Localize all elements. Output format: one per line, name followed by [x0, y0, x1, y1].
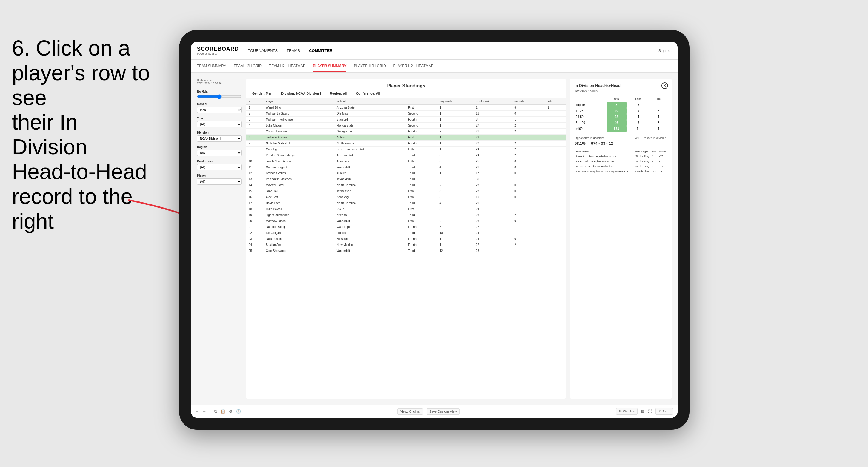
- opponents-pct: 98.1%: [575, 141, 586, 146]
- tour-name: Mirabel Maui Jim Intercollegiate: [575, 164, 634, 169]
- table-row[interactable]: 5 Christo Lamprecht Georgia Tech Fourth …: [246, 129, 566, 134]
- h2h-col-win: Win: [607, 96, 626, 102]
- tour-type: Stroke Play: [634, 154, 651, 159]
- table-row[interactable]: 22 Ian Gilligan Florida Third 10 24 1: [246, 230, 566, 236]
- redo-icon[interactable]: ↪: [203, 409, 206, 413]
- save-custom-view-button[interactable]: Save Custom View: [427, 408, 460, 415]
- cell-player: Luke Powell: [263, 206, 334, 212]
- cell-yr: Fourth: [406, 242, 437, 248]
- cell-win: [545, 218, 566, 224]
- h2h-tie: 1: [650, 114, 667, 120]
- sub-nav-player-summary[interactable]: PLAYER SUMMARY: [313, 61, 346, 72]
- table-row[interactable]: 16 Alex Goff Kentucky Fifth 8 19 0: [246, 194, 566, 200]
- settings-icon[interactable]: ⚙: [229, 409, 232, 413]
- table-row[interactable]: 18 Luke Powell UCLA First 5 24 1: [246, 206, 566, 212]
- year-select[interactable]: (All): [197, 121, 242, 127]
- h2h-rank: 51-100: [575, 120, 607, 126]
- clock-icon[interactable]: 🕐: [236, 409, 241, 413]
- nav-committee[interactable]: COMMITTEE: [309, 47, 332, 54]
- table-row[interactable]: 25 Cole Sherwood Vanderbilt Third 12 23 …: [246, 248, 566, 254]
- table-row[interactable]: 8 Mats Ege East Tennessee State Fifth 1 …: [246, 147, 566, 153]
- cell-school: Florida: [334, 230, 406, 236]
- table-row[interactable]: 15 Jake Hall Tennessee Fifth 3 23 0: [246, 188, 566, 194]
- watch-button[interactable]: 👁 Watch ▾: [616, 408, 638, 415]
- paste-icon[interactable]: 📋: [221, 409, 225, 413]
- cell-win: [545, 158, 566, 164]
- no-rds-slider[interactable]: [197, 94, 242, 99]
- close-button[interactable]: ✕: [661, 82, 668, 89]
- cell-win: [545, 147, 566, 153]
- table-row[interactable]: 4 Luke Claton Florida State Second 1 27 …: [246, 123, 566, 129]
- h2h-win: 22: [607, 114, 626, 120]
- player-select[interactable]: (All): [197, 179, 242, 185]
- table-row[interactable]: 21 Taehoon Song Washington Fourth 6 22 1: [246, 224, 566, 230]
- region-select[interactable]: N/A: [197, 150, 242, 156]
- cell-player: Jake Hall: [263, 188, 334, 194]
- table-row[interactable]: 2 Michael La Sasso Ole Miss Second 1 18 …: [246, 111, 566, 117]
- cell-yr: Fifth: [406, 194, 437, 200]
- sub-nav-player-h2h-heatmap[interactable]: PLAYER H2H HEATMAP: [394, 61, 433, 71]
- sub-nav-team-h2h-heatmap[interactable]: TEAM H2H HEATMAP: [269, 61, 305, 71]
- table-row[interactable]: 11 Gordon Sargent Vanderbilt Third 4 21 …: [246, 164, 566, 170]
- cell-player: Taehoon Song: [263, 224, 334, 230]
- nav-teams[interactable]: TEAMS: [286, 47, 300, 54]
- region-filter: Region: All: [330, 92, 347, 95]
- cell-school: Kentucky: [334, 194, 406, 200]
- sub-nav-team-summary[interactable]: TEAM SUMMARY: [197, 61, 226, 71]
- table-row[interactable]: 3 Michael Thorbjornsen Stanford Fourth 1…: [246, 117, 566, 123]
- cell-win: [545, 194, 566, 200]
- h2h-title: In Division Head-to-Head: [575, 83, 667, 88]
- table-row[interactable]: 6 Jackson Koivun Auburn First 1 23 1: [246, 134, 566, 141]
- cell-yr: Third: [406, 212, 437, 218]
- cell-reg: 8: [437, 194, 474, 200]
- tour-col-score: Score: [658, 149, 667, 154]
- share-button[interactable]: ↗ Share: [655, 408, 673, 415]
- h2h-row: >100 578 11 1: [575, 126, 667, 132]
- left-panel: Update time: 27/01/2024 16:56:26 No Rds.…: [197, 79, 242, 399]
- conference-select[interactable]: (All): [197, 164, 242, 170]
- table-row[interactable]: 23 Jack Lundin Missouri Fourth 11 24 0: [246, 236, 566, 242]
- sign-out-link[interactable]: Sign out: [658, 49, 672, 53]
- cell-player: Cole Sherwood: [263, 248, 334, 254]
- expand-icon[interactable]: ⛶: [648, 409, 652, 413]
- cell-school: Arkansas: [334, 158, 406, 164]
- gender-select[interactable]: Men: [197, 107, 242, 113]
- cell-reg: 10: [437, 230, 474, 236]
- table-row[interactable]: 20 Matthew Riedel Vanderbilt Fifth 9 23 …: [246, 218, 566, 224]
- sub-nav-player-h2h-grid[interactable]: PLAYER H2H GRID: [354, 61, 385, 71]
- nav-tournaments[interactable]: TOURNAMENTS: [248, 47, 278, 54]
- division-select[interactable]: NCAA Division I: [197, 135, 242, 142]
- cell-reg: 1: [437, 170, 474, 176]
- tablet-frame: SCOREBOARD Powered by clippi TOURNAMENTS…: [179, 30, 689, 430]
- view-original-button[interactable]: View: Original: [397, 408, 423, 415]
- forward-icon[interactable]: ⟩: [209, 409, 211, 413]
- cell-rds: 0: [512, 218, 545, 224]
- cell-yr: Third: [406, 176, 437, 182]
- gender-filter: Gender: Men: [252, 92, 272, 95]
- table-row[interactable]: 14 Maxwell Ford North Carolina Third 2 2…: [246, 182, 566, 188]
- table-row[interactable]: 7 Nicholas Gabrelcik North Florida Fourt…: [246, 141, 566, 147]
- table-row[interactable]: 9 Preston Summerhays Arizona State Third…: [246, 153, 566, 158]
- copy-icon[interactable]: ⧉: [214, 409, 217, 414]
- undo-icon[interactable]: ↩: [195, 409, 199, 413]
- grid-icon[interactable]: ⊞: [641, 409, 645, 413]
- table-row[interactable]: 1 Wenyi Ding Arizona State First 1 1 8 1: [246, 105, 566, 111]
- filter-player: Player (All): [197, 174, 242, 185]
- cell-win: [545, 153, 566, 158]
- table-row[interactable]: 17 David Ford North Carolina Third 4 21 …: [246, 200, 566, 206]
- table-row[interactable]: 13 Phichaksn Maichon Texas A&M Third 6 3…: [246, 176, 566, 182]
- table-row[interactable]: 19 Tiger Christensen Arizona Third 8 23 …: [246, 212, 566, 218]
- h2h-col-rank: [575, 96, 607, 102]
- table-row[interactable]: 10 Jacob New-Diesen Arkansas Fifth 3 25 …: [246, 158, 566, 164]
- cell-player: Michael Thorbjornsen: [263, 117, 334, 123]
- table-row[interactable]: 24 Bastian Amat New Mexico Fourth 1 27 2: [246, 242, 566, 248]
- cell-rds: 0: [512, 194, 545, 200]
- h2h-table: Win Loss Tie Top 10 8 3 2 11-25 20 9 5 2…: [575, 96, 667, 132]
- cell-reg: 1: [437, 147, 474, 153]
- table-row[interactable]: 12 Brendan Valles Auburn Third 1 17 0: [246, 170, 566, 176]
- cell-conf: 24: [473, 153, 512, 158]
- logo-text: SCOREBOARD: [197, 46, 239, 52]
- cell-conf: 21: [473, 129, 512, 134]
- sub-nav-team-h2h-grid[interactable]: TEAM H2H GRID: [234, 61, 262, 71]
- cell-yr: Second: [406, 111, 437, 117]
